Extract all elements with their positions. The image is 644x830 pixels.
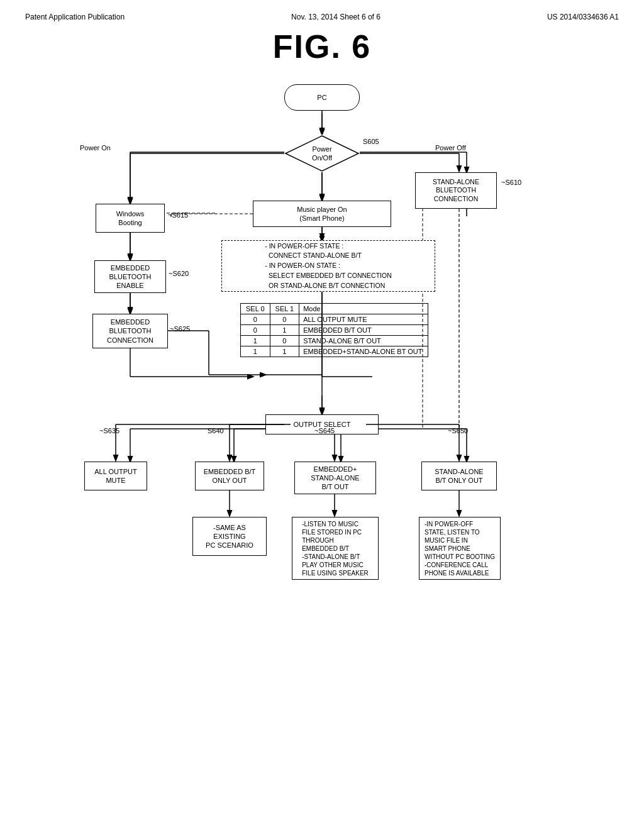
- music-player-node: Music player On(Smart Phone): [253, 201, 391, 227]
- embedded-standalone-label: EMBEDDED+STAND-ALONEB/T OUT: [311, 465, 359, 492]
- music-player-label: Music player On(Smart Phone): [297, 205, 347, 223]
- sel0-val4: 1: [241, 346, 270, 357]
- table-header-mode: Mode: [299, 304, 428, 314]
- mode-val4: EMBEDDED+STAND-ALONE BT OUT: [299, 346, 428, 357]
- embedded-bt-conn-label: EMBEDDEDBLUETOOTHCONNECTION: [107, 318, 153, 345]
- same-as-existing-node: -SAME ASEXISTINGPC SCENARIO: [192, 517, 267, 556]
- table-row: 0 0 ALL OUTPUT MUTE: [241, 314, 428, 325]
- sel1-val3: 0: [270, 336, 299, 346]
- power-diamond: PowerOn/Off: [284, 135, 360, 172]
- embedded-bt-only-node: EMBEDDED B/TONLY OUT: [195, 462, 264, 490]
- power-off-desc-label: -IN POWER-OFF STATE, LISTEN TO MUSIC FIL…: [425, 520, 495, 577]
- embedded-bt-only-label: EMBEDDED B/TONLY OUT: [204, 467, 256, 485]
- s645-label: ~S645: [314, 427, 335, 434]
- table-row: 1 0 STAND-ALONE B/T OUT: [241, 336, 428, 346]
- same-as-existing-label: -SAME ASEXISTINGPC SCENARIO: [206, 523, 253, 550]
- standalone-only-node: STAND-ALONEB/T ONLY OUT: [421, 462, 497, 490]
- mode-val3: STAND-ALONE B/T OUT: [299, 336, 428, 346]
- bt-instructions-node: - IN POWER-OFF STATE : CONNECT STAND-ALO…: [221, 240, 435, 292]
- flowchart: PC PowerOn/Off S605 Power On Power Off M…: [39, 78, 605, 770]
- embedded-bt-enable-node: EMBEDDEDBLUETOOTHENABLE: [94, 260, 166, 293]
- listen-music-node: -LISTEN TO MUSIC FILE STORED IN PC THROU…: [292, 517, 379, 580]
- s650-label: ~S650: [448, 427, 468, 434]
- header-right: US 2014/0334636 A1: [547, 13, 619, 21]
- embedded-standalone-node: EMBEDDED+STAND-ALONEB/T OUT: [294, 462, 376, 494]
- header-left: Patent Application Publication: [25, 13, 125, 21]
- s640-label: S640: [208, 427, 224, 434]
- pc-node: PC: [284, 84, 360, 111]
- page: Patent Application Publication Nov. 13, …: [0, 0, 644, 830]
- power-label: PowerOn/Off: [312, 145, 332, 163]
- mode-table-container: SEL 0 SEL 1 Mode 0 0 ALL OUTPUT MUTE 0 1…: [240, 303, 428, 357]
- table-row: 1 1 EMBEDDED+STAND-ALONE BT OUT: [241, 346, 428, 357]
- table-header-sel1: SEL 1: [270, 304, 299, 314]
- all-output-mute-label: ALL OUTPUTMUTE: [94, 467, 136, 485]
- standalone-bt-label: STAND-ALONEBLUETOOTHCONNECTION: [433, 178, 479, 204]
- windows-booting-node: WindowsBooting: [96, 204, 165, 233]
- embedded-bt-enable-label: EMBEDDEDBLUETOOTHENABLE: [109, 263, 151, 290]
- standalone-only-label: STAND-ALONEB/T ONLY OUT: [435, 467, 483, 485]
- header-center: Nov. 13, 2014 Sheet 6 of 6: [291, 13, 380, 21]
- power-off-label: Power Off: [435, 144, 466, 152]
- figure-title: FIG. 6: [25, 28, 619, 65]
- sel1-val1: 0: [270, 314, 299, 325]
- sel0-val2: 0: [241, 325, 270, 336]
- embedded-bt-conn-node: EMBEDDEDBLUETOOTHCONNECTION: [92, 314, 168, 348]
- pc-label: PC: [317, 93, 326, 102]
- s610-label: ~S610: [501, 179, 521, 186]
- s635-label: ~S635: [99, 427, 119, 434]
- s615-label: ~S615: [168, 211, 188, 219]
- windows-booting-label: WindowsBooting: [116, 209, 145, 228]
- sel1-val2: 1: [270, 325, 299, 336]
- listen-music-label: -LISTEN TO MUSIC FILE STORED IN PC THROU…: [302, 520, 369, 577]
- s605-label: S605: [363, 138, 379, 145]
- page-header: Patent Application Publication Nov. 13, …: [25, 13, 619, 21]
- all-output-mute-node: ALL OUTPUTMUTE: [84, 462, 147, 490]
- mode-val2: EMBEDDED B/T OUT: [299, 325, 428, 336]
- power-off-desc-node: -IN POWER-OFF STATE, LISTEN TO MUSIC FIL…: [419, 517, 501, 580]
- standalone-bt-node: STAND-ALONEBLUETOOTHCONNECTION: [415, 172, 497, 209]
- s625-label: ~S625: [170, 325, 190, 333]
- power-on-label: Power On: [80, 144, 111, 152]
- mode-table: SEL 0 SEL 1 Mode 0 0 ALL OUTPUT MUTE 0 1…: [240, 303, 428, 357]
- table-row: 0 1 EMBEDDED B/T OUT: [241, 325, 428, 336]
- mode-val1: ALL OUTPUT MUTE: [299, 314, 428, 325]
- bt-instructions-label: - IN POWER-OFF STATE : CONNECT STAND-ALO…: [261, 239, 395, 294]
- sel0-val3: 1: [241, 336, 270, 346]
- s620-label: ~S620: [169, 270, 189, 277]
- sel1-val4: 1: [270, 346, 299, 357]
- table-header-sel0: SEL 0: [241, 304, 270, 314]
- sel0-val1: 0: [241, 314, 270, 325]
